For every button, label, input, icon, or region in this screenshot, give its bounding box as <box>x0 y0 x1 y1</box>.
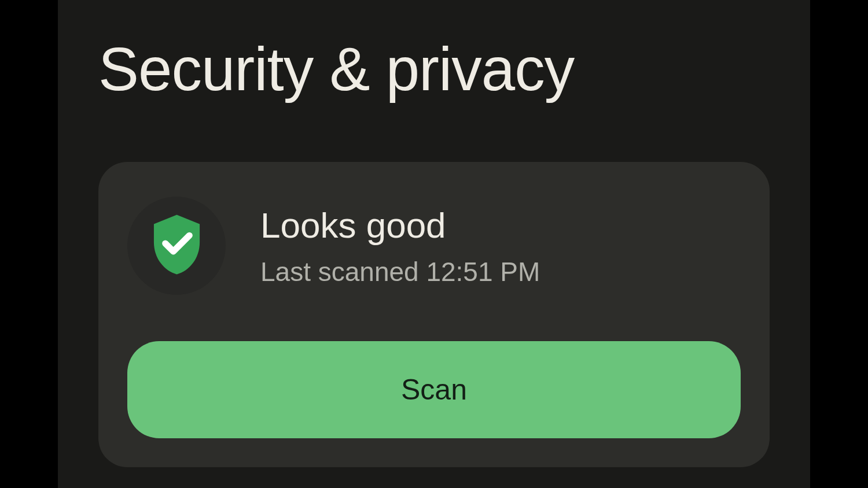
shield-check-icon <box>149 212 204 279</box>
status-subtitle: Last scanned 12:51 PM <box>260 256 540 287</box>
page-title: Security & privacy <box>98 35 770 104</box>
settings-screen: Security & privacy Looks good Last scann… <box>58 0 810 488</box>
status-title: Looks good <box>260 205 540 246</box>
security-status-card: Looks good Last scanned 12:51 PM Scan <box>98 162 770 467</box>
status-row: Looks good Last scanned 12:51 PM <box>127 197 741 295</box>
status-icon-circle <box>127 197 226 295</box>
status-text-group: Looks good Last scanned 12:51 PM <box>260 205 540 287</box>
scan-button[interactable]: Scan <box>127 341 741 438</box>
